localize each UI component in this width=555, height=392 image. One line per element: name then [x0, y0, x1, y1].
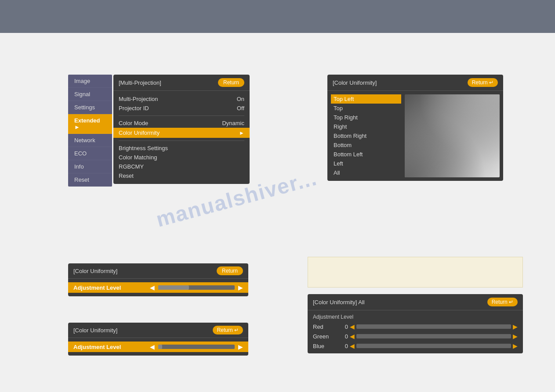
adj-panel-1-title: [Color Uniformity] — [73, 268, 117, 274]
adj-panel-2-right-arrow-icon[interactable]: ▶ — [238, 343, 243, 350]
cu-all-green-bar — [356, 334, 511, 338]
cu-all-red-label: Red — [313, 324, 339, 330]
cu-preview-inner — [405, 94, 500, 177]
multi-projection-title: [Multi-Projection] — [119, 79, 161, 86]
sidebar-item-network[interactable]: Network — [68, 134, 112, 147]
cu-list-item-topleft[interactable]: Top Left — [331, 94, 401, 104]
sidebar-item-signal[interactable]: Signal — [68, 88, 112, 101]
cu-all-blue-bar — [356, 344, 511, 348]
brightness-settings-item[interactable]: Brightness Settings — [119, 144, 244, 153]
cu-all-blue-right-arrow-icon[interactable]: ▶ — [513, 342, 518, 349]
cu-top-return-button[interactable]: Return ↵ — [468, 78, 498, 87]
multi-projection-panel: [Multi-Projection] Return Multi-Projecti… — [113, 75, 250, 184]
cu-all-header: [Color Uniformity] All Return ↵ — [308, 294, 523, 310]
adj-panel-1-return-button[interactable]: Return — [217, 266, 243, 275]
cu-list-item-left[interactable]: Left — [331, 159, 401, 168]
panel-row-projector-id: Projector ID Off — [119, 104, 244, 113]
adj-panel-1-header: [Color Uniformity] Return — [68, 263, 248, 279]
adj-panel-1-left-arrow-icon[interactable]: ◀ — [150, 284, 155, 291]
header-bar — [0, 0, 555, 33]
adj-panel-1-body: Adjustment Level ◀ ▶ — [68, 279, 248, 296]
adj-panel-1: [Color Uniformity] Return Adjustment Lev… — [68, 263, 248, 296]
sidebar-item-extended[interactable]: Extended ► — [68, 114, 112, 134]
adj-panel-2: [Color Uniformity] Return ↵ Adjustment L… — [68, 323, 248, 356]
cu-all-row-green: Green 0 ◀ ▶ — [313, 331, 518, 341]
cu-all-return-button[interactable]: Return ↵ — [487, 298, 518, 306]
cu-list-item-bottomleft[interactable]: Bottom Left — [331, 150, 401, 159]
reset-item[interactable]: Reset — [119, 171, 244, 180]
color-uniformity-top-panel: [Color Uniformity] Return ↵ Top Left Top… — [327, 75, 503, 181]
adj-panel-2-row: Adjustment Level ◀ ▶ — [68, 342, 248, 352]
sidebar-item-settings[interactable]: Settings — [68, 101, 112, 114]
adj-panel-2-return-button[interactable]: Return ↵ — [213, 326, 243, 334]
content: Image Signal Settings Extended ► Network… — [0, 33, 555, 392]
cu-all-title: [Color Uniformity] All — [313, 299, 365, 306]
cu-all-green-right-arrow-icon[interactable]: ▶ — [513, 333, 518, 340]
cu-list-item-topright[interactable]: Top Right — [331, 113, 401, 122]
sidebar-item-eco[interactable]: ECO — [68, 147, 112, 160]
adj-panel-2-left-arrow-icon[interactable]: ◀ — [150, 343, 155, 350]
cu-all-red-right-arrow-icon[interactable]: ▶ — [513, 323, 518, 330]
adj-panel-2-bar — [158, 345, 235, 349]
cu-all-green-label: Green — [313, 333, 339, 340]
cu-all-blue-left-arrow-icon[interactable]: ◀ — [350, 342, 355, 349]
panel-row-multi-projection: Multi-Projection On — [119, 94, 244, 104]
rgbcmy-item[interactable]: RGBCMY — [119, 162, 244, 171]
adj-panel-2-label: Adjustment Level — [73, 344, 150, 350]
color-matching-item[interactable]: Color Matching — [119, 153, 244, 162]
cream-preview-box — [308, 257, 523, 288]
cu-list-item-top[interactable]: Top — [331, 104, 401, 113]
divider-1 — [119, 115, 244, 116]
cu-all-row-blue: Blue 0 ◀ ▶ — [313, 341, 518, 351]
sidebar-item-image[interactable]: Image — [68, 75, 112, 88]
cu-all-green-value: 0 — [339, 333, 348, 340]
cu-list-item-right[interactable]: Right — [331, 122, 401, 131]
cu-list-item-bottomright[interactable]: Bottom Right — [331, 131, 401, 140]
cu-preview — [405, 94, 500, 177]
cu-list-item-bottom[interactable]: Bottom — [331, 140, 401, 150]
cu-all-blue-label: Blue — [313, 343, 339, 349]
adj-panel-1-bar-fill — [158, 285, 189, 290]
panel-row-color-uniformity[interactable]: Color Uniformity ► — [113, 128, 250, 138]
cu-top-title: [Color Uniformity] — [333, 79, 377, 86]
adj-panel-1-bar — [158, 285, 235, 290]
main-menu: Image Signal Settings Extended ► Network… — [68, 75, 112, 187]
cu-all-panel: [Color Uniformity] All Return ↵ Adjustme… — [308, 294, 523, 353]
cu-all-row-red: Red 0 ◀ ▶ — [313, 322, 518, 331]
adj-panel-1-right-arrow-icon[interactable]: ▶ — [238, 284, 243, 291]
sidebar-item-reset[interactable]: Reset — [68, 173, 112, 187]
adj-panel-2-bar-fill — [158, 345, 162, 349]
multi-projection-header: [Multi-Projection] Return — [113, 75, 250, 91]
divider-2 — [119, 140, 244, 141]
cu-all-green-left-arrow-icon[interactable]: ◀ — [350, 333, 355, 340]
cu-top-header: [Color Uniformity] Return ↵ — [327, 75, 503, 91]
cu-all-adjustment-label: Adjustment Level — [313, 313, 518, 322]
adj-panel-2-title: [Color Uniformity] — [73, 327, 117, 334]
cu-all-red-left-arrow-icon[interactable]: ◀ — [350, 323, 355, 330]
adj-panel-1-label: Adjustment Level — [73, 284, 150, 291]
adj-panel-2-body: Adjustment Level ◀ ▶ — [68, 338, 248, 356]
cu-all-blue-value: 0 — [339, 343, 348, 349]
adj-panel-1-row: Adjustment Level ◀ ▶ — [68, 282, 248, 293]
cu-list-item-all[interactable]: All — [331, 168, 401, 177]
cu-all-red-value: 0 — [339, 324, 348, 330]
cu-all-red-bar — [356, 324, 511, 329]
multi-projection-return-button[interactable]: Return — [218, 78, 244, 87]
sidebar-item-info[interactable]: Info — [68, 160, 112, 173]
multi-projection-body: Multi-Projection On Projector ID Off Col… — [113, 91, 250, 184]
cu-top-body: Top Left Top Top Right Right Bottom Righ… — [327, 91, 503, 181]
cu-list: Top Left Top Top Right Right Bottom Righ… — [331, 94, 401, 177]
cu-all-body: Adjustment Level Red 0 ◀ ▶ Green 0 ◀ ▶ — [308, 310, 523, 353]
adj-panel-2-header: [Color Uniformity] Return ↵ — [68, 323, 248, 338]
color-uniformity-arrow-icon: ► — [239, 130, 244, 136]
panel-row-color-mode: Color Mode Dynamic — [119, 119, 244, 128]
